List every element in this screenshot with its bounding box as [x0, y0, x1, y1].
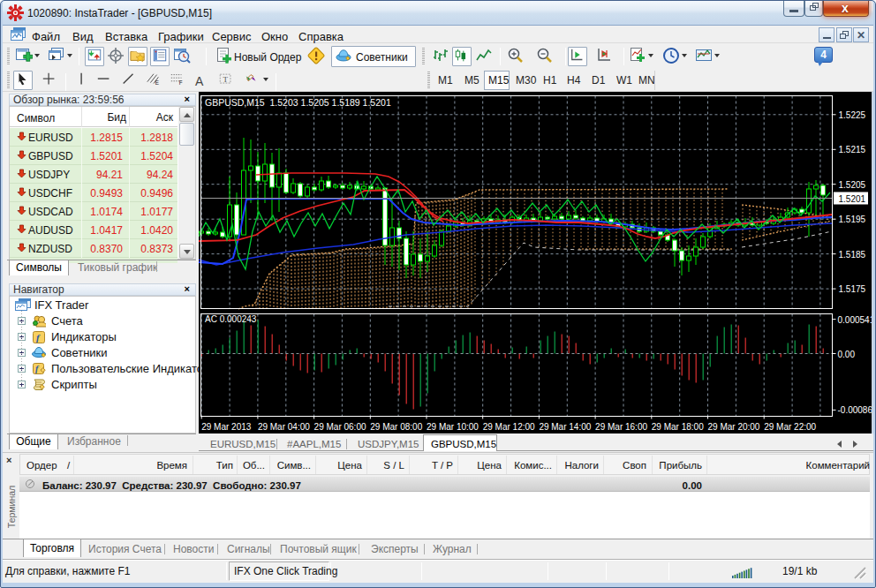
svg-text:0.000541: 0.000541: [838, 315, 872, 325]
svg-text:29 Mar 2013: 29 Mar 2013: [201, 422, 252, 432]
svg-text:E: E: [155, 79, 159, 86]
svg-text:0.00: 0.00: [838, 350, 856, 359]
svg-text:29 Mar 16:00: 29 Mar 16:00: [595, 422, 647, 432]
svg-text:1.5225: 1.5225: [839, 110, 866, 120]
svg-text:1.5175: 1.5175: [839, 284, 866, 294]
svg-text:29 Mar 20:00: 29 Mar 20:00: [708, 422, 760, 432]
svg-text:29 Mar 10:00: 29 Mar 10:00: [427, 422, 479, 432]
svg-text:29 Mar 08:00: 29 Mar 08:00: [370, 422, 422, 432]
svg-text:AC 0.000243: AC 0.000243: [205, 314, 257, 324]
svg-text:29 Mar 18:00: 29 Mar 18:00: [652, 422, 704, 432]
svg-text:GBPUSD,M15 1.5203 1.5205 1.51: GBPUSD,M15 1.5203 1.5205 1.5189 1.5201: [205, 97, 391, 108]
svg-text:1.5215: 1.5215: [839, 145, 866, 155]
svg-text:29 Mar 06:00: 29 Mar 06:00: [314, 422, 366, 432]
svg-text:1.5185: 1.5185: [839, 250, 866, 260]
svg-text:-0.00086: -0.00086: [838, 405, 872, 415]
svg-text:29 Mar 04:00: 29 Mar 04:00: [258, 422, 310, 432]
svg-text:29 Mar 14:00: 29 Mar 14:00: [539, 422, 591, 432]
svg-text:1.5195: 1.5195: [839, 215, 866, 224]
svg-text:F: F: [179, 79, 183, 86]
svg-text:T: T: [223, 75, 228, 84]
svg-text:29 Mar 12:00: 29 Mar 12:00: [483, 422, 535, 432]
svg-text:1.5205: 1.5205: [839, 180, 866, 190]
svg-text:29 Mar 22:00: 29 Mar 22:00: [764, 422, 816, 432]
svg-text:1.5201: 1.5201: [839, 194, 866, 204]
